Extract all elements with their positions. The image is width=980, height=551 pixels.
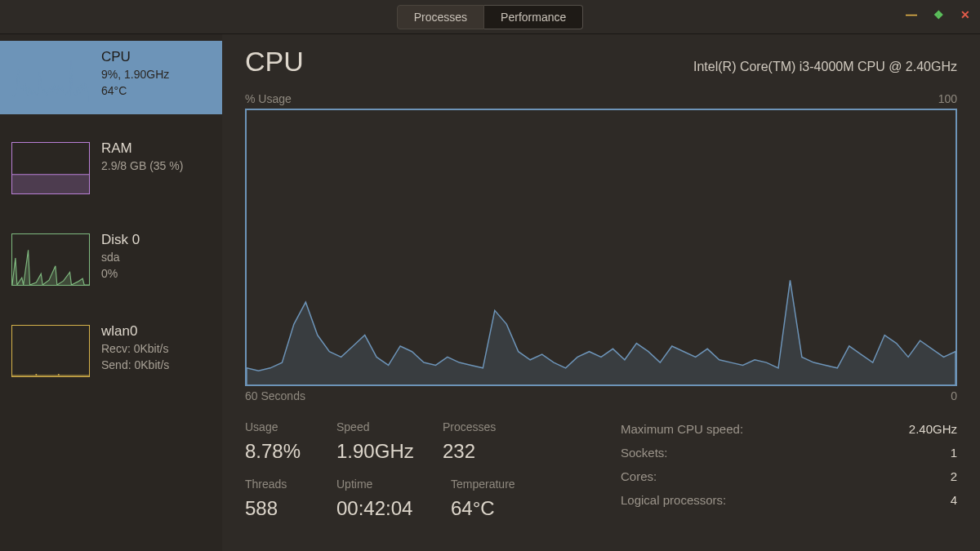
uptime-label: Uptime [336,478,451,491]
cores-label: Cores: [621,469,657,483]
sockets-label: Sockets: [621,446,668,460]
maximize-icon[interactable]: ❖ [933,8,944,21]
sidebar-cpu-sub1: 9%, 1.90GHz [101,67,169,82]
window-controls: — ❖ ✕ [906,8,970,21]
sidebar-disk-sub1: sda [101,250,140,264]
ram-thumbnail [11,142,90,194]
y-axis-max: 100 [938,92,957,105]
maxspeed-label: Maximum CPU speed: [621,422,743,436]
sidebar-disk-sub2: 0% [101,266,140,281]
tab-processes[interactable]: Processes [397,5,484,29]
usage-label: Usage [245,420,336,433]
net-thumbnail [11,325,90,377]
main-panel: CPU Intel(R) Core(TM) i3-4000M CPU @ 2.4… [222,34,980,551]
cpu-thumbnail [11,51,90,103]
sidebar-net-sub1: Recv: 0Kbit/s [101,341,169,356]
disk-thumbnail [11,233,90,286]
sidebar-ram-sub1: 2.9/8 GB (35 %) [101,158,183,173]
sidebar-item-net[interactable]: wlan0 Recv: 0Kbit/s Send: 0Kbit/s [0,315,222,389]
y-axis-label: % Usage [245,92,292,105]
close-icon[interactable]: ✕ [960,8,970,21]
sidebar-cpu-title: CPU [101,49,169,65]
speed-value: 1.90GHz [336,440,443,463]
processes-label: Processes [443,420,534,433]
x-axis-right: 0 [951,389,957,402]
sidebar-item-disk[interactable]: Disk 0 sda 0% [0,224,222,297]
sidebar-item-cpu[interactable]: CPU 9%, 1.90GHz 64°C [0,41,222,114]
temperature-label: Temperature [451,478,557,491]
threads-value: 588 [245,497,336,520]
svg-rect-0 [12,175,89,193]
temperature-value: 64°C [451,497,557,520]
sidebar-disk-title: Disk 0 [101,232,140,248]
speed-label: Speed [336,420,443,433]
view-tabs: Processes Performance [397,5,584,29]
minimize-icon[interactable]: — [906,8,917,21]
logical-value: 4 [951,493,957,507]
sidebar-net-sub2: Send: 0Kbit/s [101,358,169,372]
sidebar-net-title: wlan0 [101,323,169,340]
title-bar: Processes Performance — ❖ ✕ [0,0,980,34]
sockets-value: 1 [951,446,957,460]
sidebar-ram-title: RAM [101,140,183,157]
sidebar: CPU 9%, 1.90GHz 64°C RAM 2.9/8 GB (35 %) [0,34,222,551]
processes-value: 232 [443,440,534,463]
usage-value: 8.78% [245,440,336,463]
page-title: CPU [245,46,304,78]
tab-performance[interactable]: Performance [484,5,583,29]
sidebar-item-ram[interactable]: RAM 2.9/8 GB (35 %) [0,132,222,206]
uptime-value: 00:42:04 [336,497,451,520]
x-axis-left: 60 Seconds [245,389,305,402]
threads-label: Threads [245,478,336,491]
sidebar-cpu-sub2: 64°C [101,83,169,98]
svg-point-4 [58,374,60,375]
svg-point-3 [35,374,37,375]
maxspeed-value: 2.40GHz [909,422,957,436]
cores-value: 2 [951,469,957,483]
logical-label: Logical processors: [621,493,726,507]
cpu-info-list: Maximum CPU speed:2.40GHz Sockets:1 Core… [621,420,957,535]
cpu-model: Intel(R) Core(TM) i3-4000M CPU @ 2.40GHz [693,60,957,74]
cpu-usage-chart [245,109,957,386]
stats-grid: Usage 8.78% Speed 1.90GHz Processes 232 … [245,420,621,535]
